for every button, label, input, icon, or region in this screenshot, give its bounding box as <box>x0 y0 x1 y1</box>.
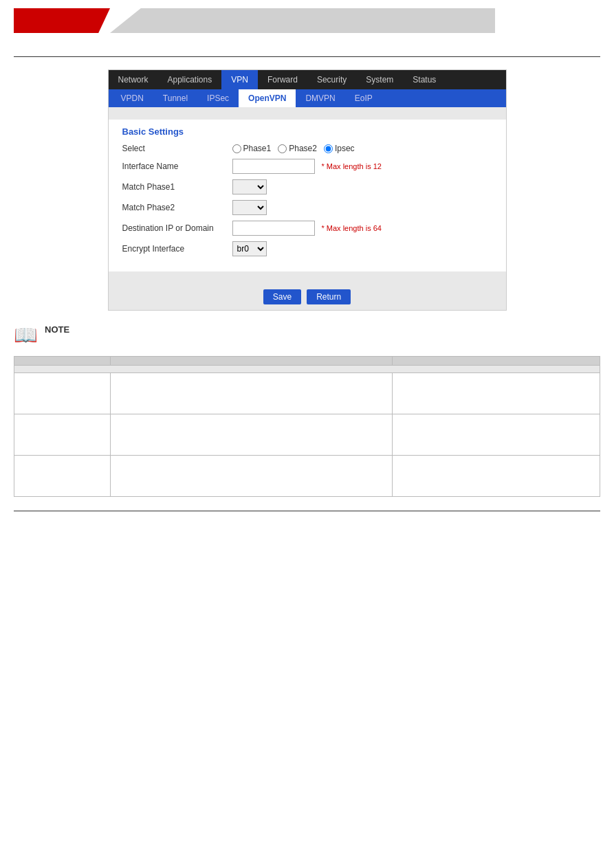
dest-ip-control: * Max length is 64 <box>232 221 492 236</box>
match-phase2-select[interactable] <box>232 200 267 215</box>
page-content: Network Applications VPN Forward Securit… <box>0 41 614 525</box>
match-phase2-row: Match Phase2 <box>122 200 492 215</box>
dest-ip-input[interactable] <box>232 221 315 236</box>
radio-phase2[interactable]: Phase2 <box>278 144 317 153</box>
subnav-ipsec[interactable]: IPSec <box>197 89 239 107</box>
radio-ipsec-label: Ipsec <box>335 144 355 153</box>
return-button[interactable]: Return <box>307 289 351 304</box>
dest-ip-label: Destination IP or Domain <box>122 223 232 233</box>
radio-ipsec[interactable]: Ipsec <box>324 144 355 153</box>
match-phase1-control <box>232 179 492 194</box>
match-phase2-control <box>232 200 492 215</box>
logo-gray <box>110 8 495 33</box>
bottom-divider <box>14 511 600 511</box>
subnav-tunnel[interactable]: Tunnel <box>153 89 197 107</box>
header <box>0 0 614 41</box>
note-section: 📖 NOTE <box>14 324 600 345</box>
col-header-1 <box>14 357 111 366</box>
row2-col3 <box>393 414 600 456</box>
select-row: Select Phase1 Phase2 Ipsec <box>122 144 492 153</box>
table-section-header <box>14 366 600 373</box>
table-row <box>14 456 600 497</box>
encrypt-iface-label: Encrypt Interface <box>122 244 232 254</box>
encrypt-iface-select[interactable]: br0 <box>232 241 267 256</box>
subnav-dmvpn[interactable]: DMVPN <box>296 89 344 107</box>
select-radio-group: Phase1 Phase2 Ipsec <box>232 144 492 153</box>
interface-name-hint: * Max length is 12 <box>322 162 382 170</box>
row1-col1 <box>14 373 111 414</box>
dest-ip-hint: * Max length is 64 <box>322 224 382 232</box>
table-row <box>14 414 600 456</box>
gray-bar-bottom <box>109 271 506 284</box>
nav-status[interactable]: Status <box>403 70 446 89</box>
sub-nav: VPDN Tunnel IPSec OpenVPN DMVPN EoIP <box>109 89 506 107</box>
table-row <box>14 373 600 414</box>
button-bar: Save Return <box>109 284 506 310</box>
interface-name-control: * Max length is 12 <box>232 159 492 174</box>
logo <box>14 8 138 33</box>
section-title: Basic Settings <box>122 126 492 137</box>
match-phase1-row: Match Phase1 <box>122 179 492 194</box>
top-divider <box>14 56 600 57</box>
interface-name-row: Interface Name * Max length is 12 <box>122 159 492 174</box>
row3-col3 <box>393 456 600 497</box>
interface-name-label: Interface Name <box>122 162 232 171</box>
nav-security[interactable]: Security <box>307 70 356 89</box>
note-label: NOTE <box>45 324 69 335</box>
nav-forward[interactable]: Forward <box>258 70 307 89</box>
logo-red <box>14 8 110 33</box>
nav-system[interactable]: System <box>356 70 403 89</box>
encrypt-iface-control: br0 <box>232 241 492 256</box>
col-header-3 <box>393 357 600 366</box>
radio-phase2-label: Phase2 <box>289 144 317 153</box>
nav-vpn[interactable]: VPN <box>221 70 258 89</box>
router-ui: Network Applications VPN Forward Securit… <box>108 69 507 311</box>
row2-col1 <box>14 414 111 456</box>
row2-col2 <box>111 414 393 456</box>
save-button[interactable]: Save <box>263 289 301 304</box>
section-header-cell <box>14 366 600 373</box>
main-nav: Network Applications VPN Forward Securit… <box>109 70 506 89</box>
subnav-eoip[interactable]: EoIP <box>345 89 382 107</box>
match-phase1-label: Match Phase1 <box>122 182 232 192</box>
dest-ip-row: Destination IP or Domain * Max length is… <box>122 221 492 236</box>
row1-col3 <box>393 373 600 414</box>
row1-col2 <box>111 373 393 414</box>
radio-phase1-label: Phase1 <box>243 144 272 153</box>
select-label: Select <box>122 144 232 153</box>
match-phase1-select[interactable] <box>232 179 267 194</box>
nav-applications[interactable]: Applications <box>158 70 222 89</box>
form-section: Basic Settings Select Phase1 Phase2 Ip <box>109 120 506 271</box>
row3-col2 <box>111 456 393 497</box>
subnav-vpdn[interactable]: VPDN <box>111 89 153 107</box>
data-table <box>14 356 600 497</box>
gray-bar-top <box>109 107 506 120</box>
col-header-2 <box>111 357 393 366</box>
row3-col1 <box>14 456 111 497</box>
interface-name-input[interactable] <box>232 159 315 174</box>
encrypt-iface-row: Encrypt Interface br0 <box>122 241 492 256</box>
subnav-openvpn[interactable]: OpenVPN <box>239 89 296 107</box>
match-phase2-label: Match Phase2 <box>122 203 232 212</box>
note-book-icon: 📖 <box>14 326 38 345</box>
nav-network[interactable]: Network <box>109 70 158 89</box>
radio-phase1[interactable]: Phase1 <box>232 144 272 153</box>
